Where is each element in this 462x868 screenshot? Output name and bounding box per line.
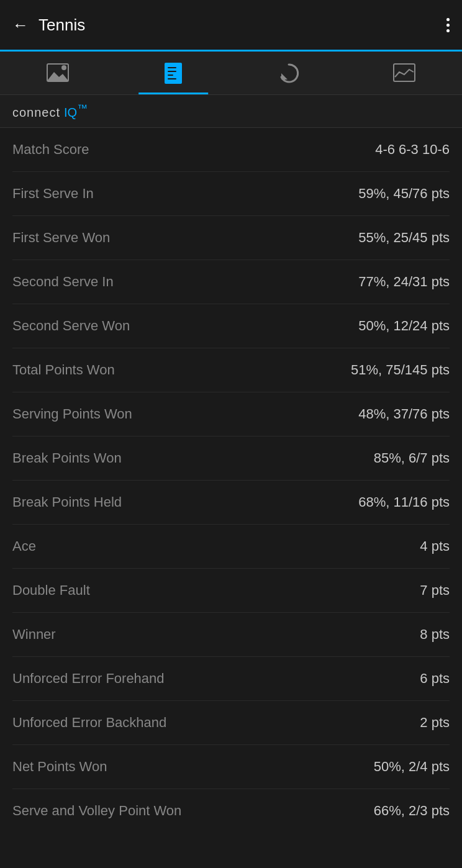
stat-value: 77%, 24/31 pts [358, 274, 450, 290]
tab-refresh[interactable] [231, 52, 346, 94]
connect-text: connect [12, 106, 60, 120]
back-button[interactable]: ← [12, 16, 29, 35]
table-row: Total Points Won51%, 75/145 pts [12, 348, 450, 392]
stat-value: 50%, 2/4 pts [374, 759, 450, 775]
connect-iq-bar: connect IQ™ [0, 95, 462, 128]
table-row: Ace4 pts [12, 525, 450, 569]
table-row: Serving Points Won48%, 37/76 pts [12, 392, 450, 436]
connect-iq-logo: connect IQ™ [12, 102, 450, 120]
stat-label: Second Serve In [12, 274, 114, 290]
stat-value: 2 pts [420, 715, 450, 731]
stat-label: Match Score [12, 142, 89, 158]
photo-icon [47, 63, 69, 83]
tab-chart[interactable] [346, 52, 462, 94]
stat-label: Serve and Volley Point Won [12, 803, 181, 819]
table-row: Double Fault7 pts [12, 569, 450, 613]
stat-value: 4-6 6-3 10-6 [375, 142, 450, 158]
dot-2 [446, 24, 450, 27]
stat-value: 66%, 2/3 pts [374, 803, 450, 819]
dot-3 [446, 29, 450, 32]
stat-value: 7 pts [420, 582, 450, 599]
stat-value: 68%, 11/16 pts [358, 494, 450, 510]
table-row: Unforced Error Backhand2 pts [12, 701, 450, 745]
stat-label: Second Serve Won [12, 318, 130, 334]
stat-label: Unforced Error Forehand [12, 671, 165, 687]
stats-list: Match Score4-6 6-3 10-6First Serve In59%… [0, 128, 462, 833]
stat-label: Winner [12, 626, 56, 643]
table-row: Match Score4-6 6-3 10-6 [12, 128, 450, 172]
stat-value: 59%, 45/76 pts [358, 186, 450, 202]
table-row: Serve and Volley Point Won66%, 2/3 pts [12, 789, 450, 833]
list-line-3 [168, 75, 173, 76]
more-options-button[interactable] [446, 18, 450, 32]
table-row: Second Serve In77%, 24/31 pts [12, 260, 450, 304]
stat-value: 6 pts [420, 671, 450, 687]
iq-text: IQ™ [64, 102, 88, 120]
svg-marker-3 [281, 73, 288, 79]
stat-label: Double Fault [12, 582, 90, 599]
table-row: Unforced Error Forehand6 pts [12, 657, 450, 701]
header-left: ← Tennis [12, 16, 85, 35]
table-row: Break Points Held68%, 11/16 pts [12, 481, 450, 525]
stat-value: 48%, 37/76 pts [358, 406, 450, 422]
stat-label: Break Points Held [12, 494, 122, 510]
tm-symbol: ™ [77, 102, 88, 114]
tab-bar [0, 52, 462, 95]
stat-value: 55%, 25/45 pts [358, 230, 450, 246]
stat-label: Total Points Won [12, 362, 115, 378]
stat-value: 85%, 6/7 pts [374, 450, 450, 466]
table-row: First Serve In59%, 45/76 pts [12, 172, 450, 216]
stat-label: Unforced Error Backhand [12, 715, 166, 731]
list-line-2 [168, 71, 176, 72]
stat-label: Net Points Won [12, 759, 107, 775]
list-line-1 [168, 67, 176, 68]
refresh-icon [278, 62, 300, 84]
stat-label: Serving Points Won [12, 406, 132, 422]
svg-rect-4 [394, 64, 415, 81]
tab-list[interactable] [116, 52, 231, 94]
table-row: Break Points Won85%, 6/7 pts [12, 436, 450, 481]
stat-value: 8 pts [420, 626, 450, 643]
stat-label: Ace [12, 538, 36, 554]
stat-label: Break Points Won [12, 450, 122, 466]
dot-1 [446, 18, 450, 21]
stat-label: First Serve In [12, 186, 94, 202]
table-row: Net Points Won50%, 2/4 pts [12, 745, 450, 789]
stat-value: 51%, 75/145 pts [351, 362, 450, 378]
stat-label: First Serve Won [12, 230, 110, 246]
chart-icon [393, 63, 415, 83]
header: ← Tennis [0, 0, 462, 50]
stat-value: 4 pts [420, 538, 450, 554]
stat-value: 50%, 12/24 pts [358, 318, 450, 334]
table-row: First Serve Won55%, 25/45 pts [12, 216, 450, 260]
table-row: Second Serve Won50%, 12/24 pts [12, 304, 450, 348]
svg-point-1 [61, 65, 66, 70]
tab-photo[interactable] [0, 52, 116, 94]
list-icon [165, 63, 182, 84]
svg-marker-2 [47, 72, 68, 81]
list-line-4 [168, 78, 176, 79]
page-title: Tennis [38, 16, 85, 35]
table-row: Winner8 pts [12, 613, 450, 657]
